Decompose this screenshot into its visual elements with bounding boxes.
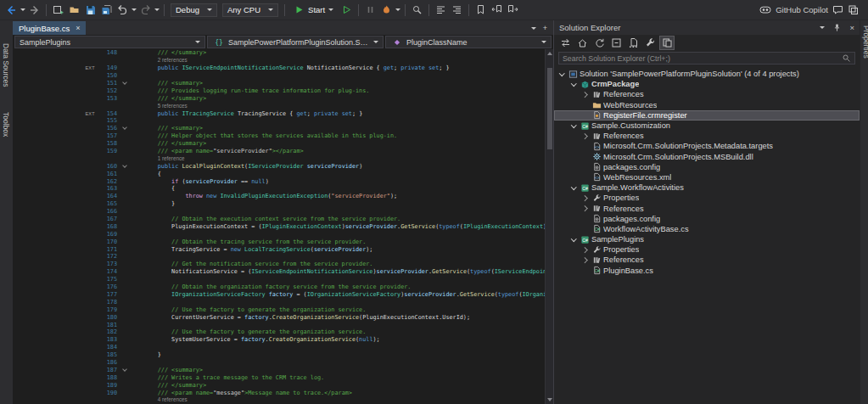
new-tab-icon[interactable]: + (543, 24, 547, 32)
solution-explorer-search[interactable] (558, 52, 855, 65)
expand-icon[interactable] (581, 93, 591, 97)
code-line[interactable]: 148 /// </summary> (13, 49, 545, 57)
tree-item[interactable]: References (554, 203, 860, 213)
fold-margin[interactable] (120, 166, 130, 167)
tree-item[interactable]: WebResources (554, 100, 860, 110)
code-line[interactable]: 159 /// <param name="serviceProvider"></… (13, 148, 545, 155)
tree-item[interactable]: Solution 'SamplePowerPlatformPluginSolut… (554, 69, 860, 79)
code-line[interactable]: 181 (13, 321, 545, 328)
tree-item[interactable]: C#Sample.Customization (554, 121, 860, 131)
code-line[interactable]: 184 (13, 344, 545, 351)
code-line[interactable]: 170 // Obtain the tracing service from t… (13, 238, 545, 245)
tree-item[interactable]: RegisterFile.crmregister (554, 110, 860, 121)
open-file-icon[interactable] (67, 3, 81, 17)
github-copilot-control[interactable]: GitHub Copilot (759, 4, 864, 15)
copilot-chat-icon[interactable] (832, 4, 843, 15)
chevron-down-icon[interactable] (20, 8, 25, 11)
expand-icon[interactable] (581, 134, 591, 138)
code-line[interactable]: 177 IOrganizationServiceFactory factory … (13, 291, 545, 299)
fold-chevron-icon[interactable] (122, 126, 127, 131)
code-line[interactable]: 171 TracingService = new LocalTracingSer… (13, 245, 545, 253)
type-dropdown[interactable]: {} SamplePowerPlatformPluginSolution.Sam… (207, 36, 384, 48)
code-line[interactable]: 158 /// </summary> (13, 140, 545, 148)
code-line[interactable]: 151 /// <summary> (13, 80, 545, 87)
code-line[interactable]: 168 PluginExecutionContext = (IPluginExe… (13, 222, 545, 230)
code-line[interactable]: 161 { (13, 170, 545, 177)
undo-icon[interactable] (115, 3, 130, 17)
document-list-icon[interactable] (531, 27, 536, 30)
tree-item[interactable]: Properties (554, 244, 860, 255)
copilot-badge-icon[interactable] (848, 4, 859, 15)
tree-item[interactable]: Properties (554, 193, 860, 203)
code-line[interactable]: 155 (13, 117, 545, 125)
tab-properties[interactable]: Properties (862, 25, 868, 59)
scroll-up-icon[interactable] (547, 52, 552, 55)
fold-chevron-icon[interactable] (122, 367, 127, 372)
tree-item[interactable]: C#SamplePlugins (554, 234, 860, 244)
preview-selected-items-icon[interactable] (659, 36, 675, 50)
code-line[interactable]: EXT154 public ITracingService TracingSer… (13, 109, 545, 117)
expand-icon[interactable] (581, 258, 591, 262)
code-line[interactable]: 183 SystemUserService = factory.CreateOr… (13, 336, 545, 344)
codelens-references-link[interactable]: 2 references (158, 57, 188, 63)
document-tab-pluginbase[interactable]: PluginBase.cs × (13, 21, 86, 35)
scrollbar-thumb[interactable] (547, 68, 552, 149)
start-debugging-button[interactable]: Start (289, 3, 338, 17)
chevron-down-icon[interactable] (132, 8, 137, 11)
code-line[interactable]: 175 (13, 276, 545, 283)
code-line[interactable]: 153 /// </summary> (13, 94, 545, 102)
properties-icon[interactable] (642, 36, 658, 50)
code-line[interactable]: 167 // Obtain the execution context serv… (13, 216, 545, 223)
home-icon[interactable] (574, 36, 590, 50)
tree-item[interactable]: References (554, 255, 860, 265)
hot-reload-icon[interactable] (379, 3, 394, 17)
codelens-references-link[interactable]: 1 reference (158, 155, 185, 161)
solution-explorer-search-input[interactable] (563, 54, 842, 63)
code-line[interactable]: 157 /// Helper object that stores the se… (13, 132, 545, 140)
code-line[interactable]: 179 // Use the factory to generate the o… (13, 306, 545, 313)
collapse-icon[interactable] (569, 83, 579, 86)
solution-platforms-dropdown[interactable]: Any CPU (222, 3, 278, 17)
comment-lines-icon[interactable] (434, 3, 448, 17)
save-all-icon[interactable] (99, 3, 114, 17)
tree-item[interactable]: C#PluginBase.cs (554, 266, 860, 276)
code-line[interactable]: 186 (13, 359, 545, 367)
expand-icon[interactable] (581, 248, 591, 252)
switch-views-icon[interactable] (557, 36, 573, 50)
chevron-down-icon[interactable] (154, 8, 160, 11)
code-line[interactable]: 156 /// <summary> (13, 125, 545, 132)
collapse-icon[interactable] (557, 73, 567, 76)
collapse-icon[interactable] (569, 187, 579, 189)
code-line[interactable]: 190 /// <param name="message">Message na… (13, 389, 545, 396)
code-line[interactable]: EXT149 public IServiceEndpointNotificati… (13, 65, 545, 72)
member-dropdown[interactable]: PluginClassName (385, 36, 552, 48)
navigate-forward-icon[interactable] (27, 3, 42, 17)
code-line[interactable]: 185 } (13, 351, 545, 359)
solution-explorer-titlebar[interactable]: Solution Explorer × (554, 20, 860, 35)
codelens-references-link[interactable]: 5 references (158, 103, 188, 109)
code-line[interactable]: 172 (13, 253, 545, 261)
tree-item[interactable]: References (554, 131, 860, 141)
tree-item[interactable]: <>Microsoft.Crm.SolutionProjects.Metadat… (554, 141, 860, 151)
fold-margin[interactable] (120, 82, 130, 84)
expand-icon[interactable] (581, 196, 591, 200)
code-line[interactable]: 182 // Use the factory to generate the o… (13, 328, 545, 336)
editor-vertical-scrollbar[interactable] (545, 49, 553, 404)
expand-icon[interactable] (581, 206, 591, 210)
fold-margin[interactable] (120, 369, 130, 371)
fold-chevron-icon[interactable] (122, 163, 127, 168)
code-line[interactable]: 163 { (13, 185, 545, 193)
codelens-row[interactable]: 4 references (13, 396, 545, 404)
previous-bookmark-icon[interactable] (490, 3, 504, 17)
tab-toolbox[interactable]: Toolbox (2, 112, 10, 137)
fold-chevron-icon[interactable] (122, 80, 127, 85)
code-line[interactable]: 164 throw new InvalidPluginExecutionExce… (13, 193, 545, 200)
tree-item[interactable]: References (554, 89, 860, 99)
next-bookmark-icon[interactable] (506, 3, 520, 17)
save-icon[interactable] (83, 3, 98, 17)
solution-configurations-dropdown[interactable]: Debug (171, 3, 217, 17)
show-all-files-icon[interactable] (625, 36, 641, 50)
pin-icon[interactable] (832, 23, 842, 32)
code-line[interactable]: 174 NotificationService = (IServiceEndpo… (13, 268, 545, 276)
toggle-bookmark-icon[interactable] (473, 3, 488, 17)
